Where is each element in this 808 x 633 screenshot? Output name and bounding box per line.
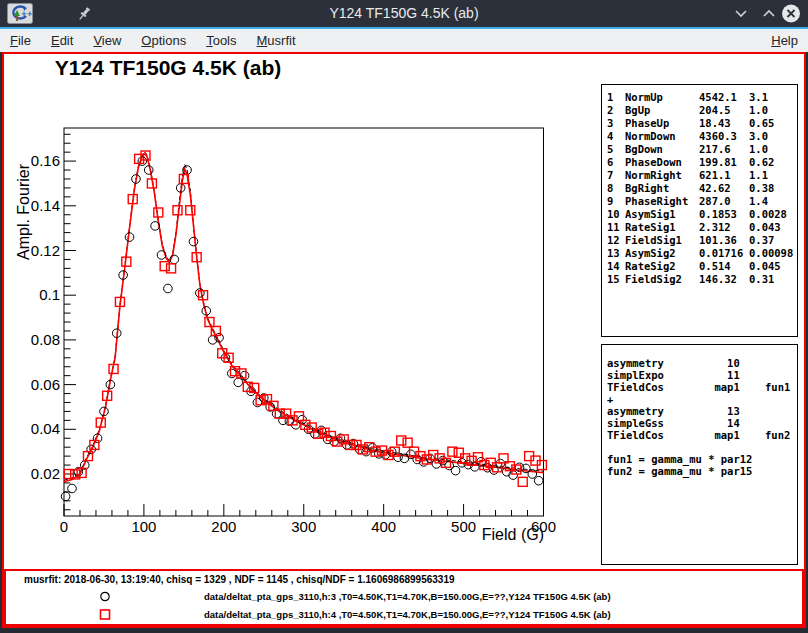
legend-row: data/deltat_pta_gps_3110,h:3 ,T0=4.50K,T…: [6, 589, 802, 604]
param-value: 199.81: [699, 156, 749, 169]
musrfit-status-line: musrfit: 2018-06-30, 13:19:40, chisq = 1…: [24, 574, 455, 585]
param-n: 12: [607, 234, 625, 247]
param-n: 14: [607, 260, 625, 273]
x-tick-label: 0: [60, 518, 68, 535]
theory-line: asymmetry 13: [607, 405, 797, 417]
param-value: 101.36: [699, 234, 749, 247]
param-error: 0.62: [749, 156, 797, 169]
menu-edit[interactable]: Edit: [41, 29, 83, 52]
param-value: 18.43: [699, 117, 749, 130]
param-value: 42.62: [699, 182, 749, 195]
parameter-row: 5BgDown217.61.0: [607, 143, 797, 156]
info-legend-pad[interactable]: musrfit: 2018-06-30, 13:19:40, chisq = 1…: [4, 569, 804, 626]
param-error: 0.37: [749, 234, 797, 247]
menubar: FileEditViewOptionsToolsMusrfit Help: [0, 29, 808, 52]
parameter-row: 11RateSig12.3120.043: [607, 221, 797, 234]
data-point-circle: [164, 284, 173, 293]
param-value: 2.312: [699, 221, 749, 234]
window-titlebar[interactable]: ++ Y124 TF150G 4.5K (ab): [0, 0, 808, 27]
param-n: 6: [607, 156, 625, 169]
theory-line: TFieldCos map1 fun1: [607, 381, 797, 393]
param-name: PhaseRight: [625, 195, 699, 208]
data-point-square: [397, 436, 406, 445]
param-name: NormUp: [625, 91, 699, 104]
param-value: 0.514: [699, 260, 749, 273]
parameter-row: 2BgUp204.51.0: [607, 104, 797, 117]
square-legend-marker-icon: [98, 607, 112, 622]
theory-box[interactable]: asymmetry 10simplExpo 11TFieldCos map1 f…: [601, 344, 798, 565]
maximize-button[interactable]: [758, 3, 780, 24]
param-n: 11: [607, 221, 625, 234]
y-tick-label: 0.14: [31, 197, 60, 214]
param-error: 0.31: [749, 273, 797, 286]
plot-frame: [64, 128, 544, 516]
x-tick-label: 100: [131, 518, 156, 535]
param-error: 0.65: [749, 117, 797, 130]
legend-row: data/deltat_pta_gps_3110,h:4 ,T0=4.50K,T…: [6, 607, 802, 622]
series-circles: [61, 157, 543, 501]
param-value: 146.32: [699, 273, 749, 286]
param-error: 0.0028: [749, 208, 797, 221]
param-value: 4542.1: [699, 91, 749, 104]
root-canvas[interactable]: Y124 TF150G 4.5K (ab) 010020030040050060…: [2, 52, 806, 628]
fit-parameters-box[interactable]: 1NormUp4542.13.12BgUp204.51.03PhaseUp18.…: [601, 84, 798, 337]
param-error: 1.0: [749, 143, 797, 156]
param-n: 5: [607, 143, 625, 156]
param-n: 1: [607, 91, 625, 104]
theory-line: simplExpo 11: [607, 369, 797, 381]
param-error: 1.1: [749, 169, 797, 182]
data-point-circle: [68, 484, 77, 493]
parameter-row: 15FieldSig2146.320.31: [607, 273, 797, 286]
parameter-row: 10AsymSig10.18530.0028: [607, 208, 797, 221]
param-n: 7: [607, 169, 625, 182]
parameter-row: 13AsymSig20.017160.00098: [607, 247, 797, 260]
theory-line: +: [607, 393, 797, 405]
param-name: RateSig1: [625, 221, 699, 234]
param-value: 621.1: [699, 169, 749, 182]
series-squares: [64, 151, 546, 486]
param-name: NormDown: [625, 130, 699, 143]
param-value: 0.1853: [699, 208, 749, 221]
param-name: PhaseDown: [625, 156, 699, 169]
data-point-circle: [61, 492, 70, 501]
menu-tools[interactable]: Tools: [196, 29, 246, 52]
close-button[interactable]: [780, 3, 802, 24]
minimize-button[interactable]: [730, 3, 752, 24]
param-error: 0.043: [749, 221, 797, 234]
y-tick-label: 0.08: [31, 331, 60, 348]
y-tick-label: 0.16: [31, 152, 60, 169]
param-error: 0.00098: [749, 247, 797, 260]
x-tick-label: 400: [371, 518, 396, 535]
param-error: 0.045: [749, 260, 797, 273]
data-point-square: [518, 477, 527, 486]
data-point-square: [403, 438, 412, 447]
param-n: 2: [607, 104, 625, 117]
theory-line: fun2 = gamma_mu * par15: [607, 465, 797, 477]
param-name: NormRight: [625, 169, 699, 182]
circle-legend-marker-icon: [98, 589, 112, 604]
param-name: AsymSig1: [625, 208, 699, 221]
data-point-circle: [534, 476, 543, 485]
fit-curve-red: [64, 153, 544, 482]
data-point-circle: [451, 466, 460, 475]
parameter-row: 7NormRight621.11.1: [607, 169, 797, 182]
menu-view[interactable]: View: [83, 29, 131, 52]
x-tick-label: 200: [211, 518, 236, 535]
theory-line: asymmetry 10: [607, 357, 797, 369]
menu-options[interactable]: Options: [131, 29, 196, 52]
data-point-square: [160, 262, 169, 271]
parameter-row: 4NormDown4360.33.0: [607, 130, 797, 143]
theory-line: TFieldCos map1 fun2: [607, 429, 797, 441]
menu-file[interactable]: File: [0, 29, 41, 52]
fit-curve-black-dashed: [64, 152, 544, 481]
theory-line: [607, 441, 797, 453]
menu-musrfit[interactable]: Musrfit: [247, 29, 306, 52]
y-tick-label: 0.1: [39, 286, 60, 303]
menubar-left: FileEditViewOptionsToolsMusrfit: [0, 29, 306, 52]
menu-help[interactable]: Help: [761, 29, 808, 52]
x-axis-label: Field (G): [424, 526, 544, 544]
param-name: RateSig2: [625, 260, 699, 273]
param-name: BgUp: [625, 104, 699, 117]
param-value: 204.5: [699, 104, 749, 117]
data-point-circle: [196, 289, 205, 298]
